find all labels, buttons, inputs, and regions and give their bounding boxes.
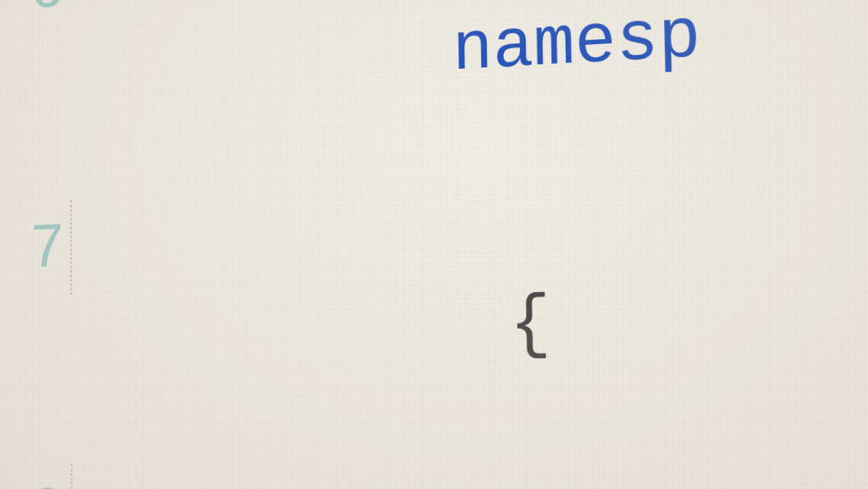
fold-gutter[interactable] <box>85 0 146 115</box>
code-line[interactable]: 6 namesp <box>0 0 868 204</box>
code-line[interactable]: 8 [ID("RandomI <box>0 469 868 489</box>
line-number: 6 <box>0 0 85 36</box>
namespace-keyword: namesp <box>452 0 702 90</box>
brace-open: { <box>509 285 552 365</box>
code-editor-view[interactable]: 6 namesp 7 { 8 [ID("RandomI 9 <box>0 0 868 489</box>
code-line[interactable]: 7 { <box>0 166 868 464</box>
line-number: 7 <box>0 207 85 293</box>
fold-gutter <box>85 205 146 207</box>
line-number: 8 <box>0 471 86 489</box>
